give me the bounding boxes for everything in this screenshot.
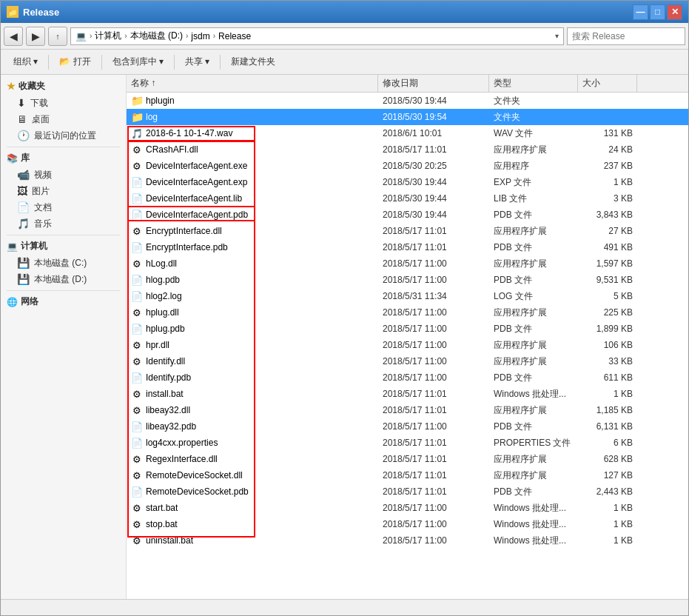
file-type-icon: ⚙ bbox=[131, 535, 143, 546]
col-header-date[interactable]: 修改日期 bbox=[378, 75, 489, 92]
file-type-icon: 📁 bbox=[131, 95, 143, 107]
table-row[interactable]: ⚙ uninstall.bat 2018/5/17 11:00 Windows … bbox=[127, 532, 688, 549]
favorites-section: ★ 收藏夹 ⬇ 下载 🖥 桌面 🕐 最近访问的位置 bbox=[1, 78, 126, 144]
minimize-button[interactable]: — bbox=[633, 4, 648, 20]
table-row[interactable]: ⚙ libeay32.dll 2018/5/17 11:01 应用程序扩展 1,… bbox=[127, 402, 688, 418]
table-row[interactable]: 📁 log 2018/5/30 19:54 文件夹 bbox=[127, 109, 688, 125]
file-name-cell: 📄 hlog.pdb bbox=[127, 274, 378, 286]
table-row[interactable]: ⚙ hpr.dll 2018/5/17 11:00 应用程序扩展 106 KB bbox=[127, 337, 688, 353]
table-row[interactable]: ⚙ Identify.dll 2018/5/17 11:00 应用程序扩展 33… bbox=[127, 353, 688, 369]
back-button[interactable]: ◀ bbox=[4, 27, 23, 46]
table-row[interactable]: ⚙ EncryptInterface.dll 2018/5/17 11:01 应… bbox=[127, 223, 688, 239]
sidebar-item-documents[interactable]: 📄 文档 bbox=[1, 199, 126, 215]
file-name: start.bat bbox=[146, 503, 178, 513]
file-icon: 📄 bbox=[131, 177, 143, 188]
file-size-cell: 225 KB bbox=[578, 307, 637, 318]
search-input[interactable] bbox=[567, 27, 685, 45]
file-type-icon: ⚙ bbox=[131, 404, 143, 416]
file-name-cell: ⚙ CRashAFI.dll bbox=[127, 144, 378, 155]
favorites-header[interactable]: ★ 收藏夹 bbox=[1, 78, 126, 95]
file-type-icon: 📄 bbox=[131, 192, 143, 204]
table-row[interactable]: 📄 hlog.pdb 2018/5/17 11:00 PDB 文件 9,531 … bbox=[127, 272, 688, 288]
table-row[interactable]: 📄 EncryptInterface.pdb 2018/5/17 11:01 P… bbox=[127, 239, 688, 255]
table-row[interactable]: 🎵 2018-6-1 10-1-47.wav 2018/6/1 10:01 WA… bbox=[127, 125, 688, 141]
file-type-icon: ⚙ bbox=[131, 502, 143, 514]
file-icon: 📄 bbox=[131, 421, 143, 432]
file-type-cell: 应用程序扩展 bbox=[489, 307, 578, 319]
exe-icon: ⚙ bbox=[132, 161, 141, 172]
sidebar-item-drive-d[interactable]: 💾 本地磁盘 (D:) bbox=[1, 271, 126, 287]
open-button[interactable]: 📂 打开 bbox=[53, 53, 97, 72]
table-row[interactable]: 📄 hplug.pdb 2018/5/17 11:00 PDB 文件 1,899… bbox=[127, 321, 688, 337]
file-date-cell: 2018/5/17 11:00 bbox=[378, 258, 489, 269]
table-row[interactable]: 📁 hplugin 2018/5/30 19:44 文件夹 bbox=[127, 93, 688, 109]
organize-button[interactable]: 组织 ▾ bbox=[7, 53, 44, 72]
network-header[interactable]: 🌐 网络 bbox=[1, 293, 126, 310]
file-name-cell: ⚙ uninstall.bat bbox=[127, 535, 378, 546]
table-row[interactable]: ⚙ hplug.dll 2018/5/17 11:00 应用程序扩展 225 K… bbox=[127, 304, 688, 321]
address-separator-3: › bbox=[186, 32, 188, 40]
address-dropdown-icon[interactable]: ▾ bbox=[555, 32, 559, 40]
sidebar-item-drive-c[interactable]: 💾 本地磁盘 (C:) bbox=[1, 255, 126, 271]
up-button[interactable]: ↑ bbox=[48, 27, 67, 46]
table-row[interactable]: ⚙ RegexInterface.dll 2018/5/17 11:01 应用程… bbox=[127, 451, 688, 467]
col-header-type[interactable]: 类型 bbox=[489, 75, 578, 92]
col-header-name[interactable]: 名称 ↑ bbox=[127, 75, 378, 92]
file-list-header: 名称 ↑ 修改日期 类型 大小 bbox=[127, 75, 688, 93]
sidebar-item-music[interactable]: 🎵 音乐 bbox=[1, 215, 126, 232]
address-icon: 💻 bbox=[75, 31, 87, 41]
computer-header[interactable]: 💻 计算机 bbox=[1, 238, 126, 255]
table-row[interactable]: 📄 libeay32.pdb 2018/5/17 11:00 PDB 文件 6,… bbox=[127, 418, 688, 435]
sidebar-item-downloads[interactable]: ⬇ 下载 bbox=[1, 95, 126, 111]
file-type-cell: 应用程序扩展 bbox=[489, 225, 578, 238]
close-button[interactable]: ✕ bbox=[667, 4, 682, 20]
maximize-button[interactable]: □ bbox=[650, 4, 665, 20]
table-row[interactable]: ⚙ install.bat 2018/5/17 11:01 Windows 批处… bbox=[127, 386, 688, 402]
network-icon: 🌐 bbox=[7, 297, 18, 307]
file-name: DeviceInterfaceAgent.exp bbox=[146, 177, 247, 187]
table-row[interactable]: ⚙ CRashAFI.dll 2018/5/17 11:01 应用程序扩展 24… bbox=[127, 141, 688, 158]
file-type-icon: ⚙ bbox=[131, 453, 143, 465]
file-type-icon: ⚙ bbox=[131, 339, 143, 351]
file-date-cell: 2018/5/17 11:00 bbox=[378, 503, 489, 513]
file-type-cell: 应用程序扩展 bbox=[489, 404, 578, 417]
sidebar-item-pictures[interactable]: 🖼 图片 bbox=[1, 183, 126, 199]
file-name-cell: 📄 Identify.pdb bbox=[127, 372, 378, 384]
file-name-cell: 📄 libeay32.pdb bbox=[127, 421, 378, 432]
table-row[interactable]: 📄 log4cxx.properties 2018/5/17 11:01 PRO… bbox=[127, 435, 688, 451]
file-size-cell: 106 KB bbox=[578, 340, 637, 350]
new-folder-button[interactable]: 新建文件夹 bbox=[224, 53, 282, 72]
library-header[interactable]: 📚 库 bbox=[1, 150, 126, 167]
table-row[interactable]: ⚙ start.bat 2018/5/17 11:00 Windows 批处理.… bbox=[127, 500, 688, 516]
file-date-cell: 2018/5/17 11:00 bbox=[378, 535, 489, 546]
table-row[interactable]: ⚙ RemoteDeviceSocket.dll 2018/5/17 11:01… bbox=[127, 467, 688, 483]
sidebar: ★ 收藏夹 ⬇ 下载 🖥 桌面 🕐 最近访问的位置 bbox=[1, 75, 127, 599]
drive-d-label: 本地磁盘 (D:) bbox=[34, 273, 87, 286]
forward-button[interactable]: ▶ bbox=[26, 27, 45, 46]
sidebar-item-videos[interactable]: 📹 视频 bbox=[1, 167, 126, 183]
sidebar-item-recent[interactable]: 🕐 最近访问的位置 bbox=[1, 127, 126, 144]
share-button[interactable]: 共享 ▾ bbox=[178, 53, 216, 72]
file-type-cell: Windows 批处理... bbox=[489, 535, 578, 547]
table-row[interactable]: ⚙ hLog.dll 2018/5/17 11:00 应用程序扩展 1,597 … bbox=[127, 255, 688, 272]
file-name: hlog2.log bbox=[146, 291, 182, 301]
file-type-cell: 应用程序扩展 bbox=[489, 453, 578, 466]
table-row[interactable]: 📄 DeviceInterfaceAgent.exp 2018/5/30 19:… bbox=[127, 174, 688, 190]
file-name: DeviceInterfaceAgent.exe bbox=[146, 161, 247, 171]
table-row[interactable]: ⚙ DeviceInterfaceAgent.exe 2018/5/30 20:… bbox=[127, 158, 688, 174]
file-name: stop.bat bbox=[146, 519, 178, 529]
file-size-cell: 1 KB bbox=[578, 177, 637, 187]
table-row[interactable]: ⚙ stop.bat 2018/5/17 11:00 Windows 批处理..… bbox=[127, 516, 688, 532]
table-row[interactable]: 📄 hlog2.log 2018/5/31 11:34 LOG 文件 5 KB bbox=[127, 288, 688, 304]
include-library-button[interactable]: 包含到库中 ▾ bbox=[106, 53, 170, 72]
pictures-icon: 🖼 bbox=[17, 185, 27, 197]
col-header-size[interactable]: 大小 bbox=[578, 75, 637, 92]
table-row[interactable]: 📄 RemoteDeviceSocket.pdb 2018/5/17 11:01… bbox=[127, 483, 688, 500]
table-row[interactable]: 📄 DeviceInterfaceAgent.pdb 2018/5/30 19:… bbox=[127, 207, 688, 223]
address-separator-2: › bbox=[124, 32, 127, 40]
address-field[interactable]: 💻 › 计算机 › 本地磁盘 (D:) › jsdm › Release ▾ bbox=[70, 27, 564, 45]
table-row[interactable]: 📄 Identify.pdb 2018/5/17 11:00 PDB 文件 61… bbox=[127, 369, 688, 386]
file-type-icon: 📄 bbox=[131, 274, 143, 286]
table-row[interactable]: 📄 DeviceInterfaceAgent.lib 2018/5/30 19:… bbox=[127, 190, 688, 207]
sidebar-item-desktop[interactable]: 🖥 桌面 bbox=[1, 111, 126, 127]
